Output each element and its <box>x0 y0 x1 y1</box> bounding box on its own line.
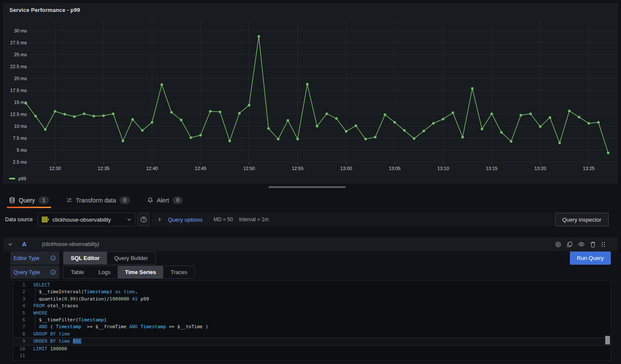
code-line-5[interactable]: 5WHERE <box>13 310 611 317</box>
code-line-1[interactable]: 1SELECT <box>13 282 611 289</box>
line-number: 2 <box>13 289 30 295</box>
sql-code-lines: 1SELECT2 $__timeInterval(Timestamp) as t… <box>13 282 611 359</box>
info-circle-icon[interactable] <box>50 255 56 261</box>
segment-sql-editor[interactable]: SQL Editor <box>64 252 107 264</box>
editor-tabs: Query 1 Transform data 0 Alert 0 <box>3 192 618 208</box>
segment-time-series[interactable]: Time Series <box>118 266 163 278</box>
line-number: 5 <box>13 310 30 317</box>
code-line-2[interactable]: 2 $__timeInterval(Timestamp) as time, <box>13 289 611 295</box>
bell-icon <box>147 197 153 203</box>
line-number: 1 <box>13 282 30 289</box>
query-type-field-label: Query Type <box>10 266 59 279</box>
code-line-11[interactable]: 11 <box>13 352 611 359</box>
svg-text:22.5 ms: 22.5 ms <box>10 64 27 69</box>
svg-text:27.5 ms: 27.5 ms <box>10 40 27 45</box>
pane-resize-handle[interactable] <box>269 186 346 188</box>
code-text: LIMIT 100000 <box>30 346 67 352</box>
line-number: 3 <box>13 296 30 303</box>
datasource-help-button[interactable] <box>137 213 150 226</box>
chevron-right-icon[interactable] <box>157 217 162 222</box>
svg-text:25 ms: 25 ms <box>14 52 27 57</box>
datasource-label: Data source <box>5 213 33 226</box>
code-text: GROUP BY time <box>30 331 70 338</box>
duplicate-query-icon[interactable] <box>566 241 573 248</box>
code-line-8[interactable]: 8GROUP BY time <box>13 331 611 338</box>
svg-text:13:10: 13:10 <box>437 166 449 171</box>
svg-text:30 ms: 30 ms <box>14 28 27 33</box>
code-line-9[interactable]: 9ORDER BY time ASC <box>13 338 611 345</box>
timeseries-chart[interactable]: 30 ms27.5 ms25 ms22.5 ms20 ms17.5 ms15 m… <box>4 4 618 184</box>
code-line-7[interactable]: 7 AND ( Timestamp >= $__fromTime AND Tim… <box>13 324 611 330</box>
info-circle-icon[interactable] <box>50 269 56 275</box>
tab-alert[interactable]: Alert 0 <box>145 192 185 208</box>
query-row-actions <box>555 241 606 248</box>
segment-logs[interactable]: Logs <box>91 266 118 278</box>
code-line-10[interactable]: 10LIMIT 100000 <box>13 346 611 352</box>
svg-text:10 ms: 10 ms <box>14 124 27 129</box>
svg-text:13:20: 13:20 <box>534 166 546 171</box>
legend: p99 <box>9 176 26 181</box>
collapse-chevron-icon[interactable] <box>8 242 13 247</box>
tab-transform-data[interactable]: Transform data 0 <box>64 192 132 208</box>
code-text: WHERE <box>30 310 47 317</box>
query-inspector-button[interactable]: Query inspector <box>555 213 609 226</box>
timeseries-panel: Service Performance - p99 30 ms27.5 ms25… <box>3 3 618 183</box>
query-ref-id[interactable]: A <box>22 241 26 248</box>
trash-icon[interactable] <box>590 241 596 248</box>
datasource-picker[interactable]: clickhouse-observability <box>38 213 136 226</box>
editor-type-label: Editor Type <box>14 255 48 261</box>
code-line-4[interactable]: 4FROM otel_traces <box>13 303 611 309</box>
legend-series-label[interactable]: p99 <box>18 176 26 181</box>
editor-type-switch: SQL Editor Query Builder <box>63 251 156 265</box>
tab-query-count: 1 <box>38 196 49 204</box>
code-text: FROM otel_traces <box>30 303 78 309</box>
svg-text:17.5 ms: 17.5 ms <box>10 88 27 93</box>
query-options-toggle[interactable]: Query options <box>168 217 202 223</box>
code-text: SELECT <box>30 282 50 289</box>
tab-alert-count: 0 <box>173 196 183 204</box>
interval-value: Interval = 1m <box>239 217 269 222</box>
query-options-bar: Query options MD = 50 Interval = 1m <box>152 213 553 226</box>
svg-text:13:25: 13:25 <box>583 166 595 171</box>
svg-text:12:45: 12:45 <box>195 166 207 171</box>
svg-text:7.5 ms: 7.5 ms <box>13 136 27 141</box>
legend-series-marker <box>9 178 15 179</box>
svg-text:13:15: 13:15 <box>486 166 498 171</box>
overview-ruler-cursor <box>605 336 610 344</box>
query-type-switch: Table Logs Time Series Traces <box>63 266 195 279</box>
code-text <box>30 352 33 359</box>
line-number: 7 <box>13 324 30 330</box>
disable-query-icon[interactable] <box>555 241 561 248</box>
query-datasource-hint: (clickhouse-observability) <box>42 241 99 247</box>
line-number: 6 <box>13 317 30 324</box>
sql-code-editor[interactable]: 1SELECT2 $__timeInterval(Timestamp) as t… <box>13 280 611 361</box>
svg-text:12:35: 12:35 <box>98 166 110 171</box>
svg-text:2.5 ms: 2.5 ms <box>13 159 27 165</box>
code-text: quantile(0.99)(Duration)/1000000 AS p99 <box>30 296 149 303</box>
eye-icon[interactable] <box>578 241 585 248</box>
tab-query-label: Query <box>19 197 35 204</box>
run-query-button[interactable]: Run Query <box>570 251 611 265</box>
code-line-3[interactable]: 3 quantile(0.99)(Duration)/1000000 AS p9… <box>13 296 611 303</box>
segment-table[interactable]: Table <box>64 266 91 278</box>
svg-text:12:40: 12:40 <box>146 166 158 171</box>
line-number: 4 <box>13 303 30 309</box>
code-text: $__timeFilter(Timestamp) <box>30 317 107 324</box>
svg-text:20 ms: 20 ms <box>14 76 27 81</box>
line-number: 8 <box>13 331 30 338</box>
tab-alert-label: Alert <box>157 197 169 204</box>
svg-text:12.5 ms: 12.5 ms <box>10 112 27 117</box>
tab-query[interactable]: Query 1 <box>7 192 51 208</box>
tab-transform-count: 0 <box>119 196 130 204</box>
segment-traces[interactable]: Traces <box>163 266 194 278</box>
chevron-down-icon <box>127 217 132 222</box>
code-text: $__timeInterval(Timestamp) as time, <box>30 289 138 295</box>
segment-query-builder[interactable]: Query Builder <box>107 252 155 264</box>
question-circle-icon <box>140 216 147 223</box>
line-number: 11 <box>13 352 30 359</box>
line-number: 9 <box>13 338 30 345</box>
svg-text:5 ms: 5 ms <box>17 147 27 153</box>
drag-handle-icon[interactable] <box>601 241 606 248</box>
code-line-6[interactable]: 6 $__timeFilter(Timestamp) <box>13 317 611 324</box>
query-type-label: Query Type <box>14 269 48 275</box>
